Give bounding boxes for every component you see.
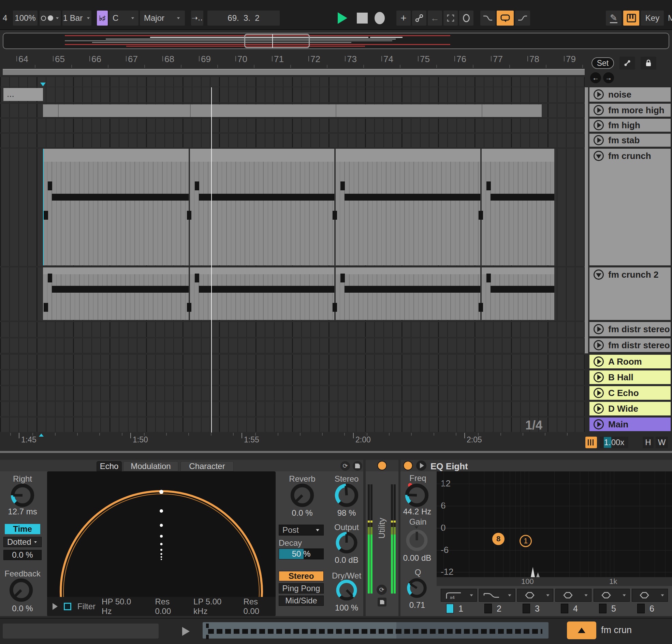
nav-forward-button[interactable]: →	[603, 72, 614, 83]
bar-number[interactable]: 68	[165, 54, 174, 64]
draw-mode-button[interactable]: ✎	[606, 11, 622, 26]
record-button[interactable]	[374, 12, 385, 24]
time-label[interactable]: 2:00	[356, 435, 371, 444]
track-lane[interactable]	[0, 77, 585, 87]
midi-clip-notes[interactable]	[43, 162, 189, 265]
bar-number[interactable]: 79	[566, 54, 576, 64]
follow-button[interactable]: ➝‥	[191, 11, 203, 26]
track-header-fm-crunch-2[interactable]: fm crunch 2	[589, 267, 671, 320]
bar-number[interactable]: 65	[55, 54, 65, 64]
play-icon[interactable]	[593, 340, 604, 350]
echo-mode-stereo-button[interactable]: Stereo	[279, 571, 324, 581]
echo-reverb-position-menu[interactable]: Post	[279, 525, 324, 536]
track-lane[interactable]	[0, 386, 585, 401]
time-label[interactable]: 2:05	[467, 435, 482, 444]
track-lane[interactable]	[0, 87, 585, 102]
band-1-enable-checkbox[interactable]	[446, 604, 454, 613]
bar-number[interactable]: 75	[420, 54, 430, 64]
echo-right-knob[interactable]	[10, 482, 35, 508]
filter-hp-value[interactable]: HP 50.0 Hz	[101, 597, 143, 616]
utility-save-button[interactable]	[377, 598, 386, 607]
midi-clip-header[interactable]	[482, 149, 554, 162]
eq-band-node-8[interactable]: 8	[492, 533, 504, 545]
capture-selection-button[interactable]	[443, 11, 458, 26]
fade-in-button[interactable]	[515, 11, 530, 26]
utility-hot-swap-button[interactable]: ⟳	[376, 585, 387, 595]
band-2-enable-checkbox[interactable]	[484, 604, 492, 613]
filter-res1-value[interactable]: Res 0.00	[155, 597, 188, 616]
set-button[interactable]: Set	[591, 57, 614, 69]
audio-clip[interactable]	[43, 104, 542, 117]
band-5-filter-type-menu[interactable]	[593, 589, 630, 602]
add-locator-button[interactable]: +	[396, 11, 411, 26]
track-header-fm-stab[interactable]: fm stab	[589, 134, 671, 147]
eq-band-node-1[interactable]: 1	[519, 535, 532, 547]
clip-chooser-button[interactable]	[567, 621, 596, 639]
track-header-A-Room[interactable]: A Room	[589, 355, 671, 368]
eq-gain-knob[interactable]	[405, 528, 429, 552]
tab-character[interactable]: Character	[180, 461, 234, 472]
echo-offset-field[interactable]: 0.0 %	[3, 550, 41, 560]
play-button[interactable]	[338, 12, 347, 24]
filter-enable-checkbox[interactable]	[64, 603, 71, 610]
eq-curve-display[interactable]: 1260-6-1281	[437, 472, 672, 577]
quantize-menu[interactable]: 1 Bar	[62, 11, 92, 26]
overflow-clip[interactable]: ...	[3, 88, 43, 101]
key-map-button[interactable]: Key	[641, 11, 664, 26]
stop-button[interactable]	[357, 13, 368, 24]
bar-number[interactable]: 72	[310, 54, 320, 64]
fade-out-button[interactable]	[480, 11, 495, 26]
zoom-width-button[interactable]: W	[656, 437, 668, 448]
band-3-filter-type-menu[interactable]	[517, 589, 553, 602]
utility-activator-button[interactable]	[377, 461, 387, 470]
bar-number[interactable]: 66	[92, 54, 101, 64]
echo-mode-midside-button[interactable]: Mid/Side	[279, 596, 324, 606]
clip-play-button[interactable]	[182, 627, 190, 636]
midi-map-button-partial[interactable]: M	[668, 11, 672, 26]
loop-button[interactable]	[497, 11, 514, 26]
echo-hot-swap-button[interactable]: ⟳	[340, 461, 350, 471]
scale-accidental-button[interactable]: ♭♯	[97, 11, 108, 26]
metronome-button[interactable]	[39, 11, 61, 26]
link-draw-button[interactable]	[620, 57, 635, 70]
time-label[interactable]: 1:55	[244, 435, 259, 444]
computer-midi-keyboard-button[interactable]	[623, 11, 639, 26]
filter-lp-value[interactable]: LP 5.00 kHz	[193, 597, 237, 616]
midi-clip-notes[interactable]	[482, 274, 554, 320]
eq-activator-button[interactable]	[403, 461, 413, 470]
track-header-Main[interactable]: Main	[589, 418, 671, 431]
play-icon[interactable]	[593, 356, 604, 367]
arrangement-position-field[interactable]: 69. 3. 2	[207, 11, 280, 26]
midi-clip-header[interactable]	[43, 149, 189, 162]
track-header-fm-distr-stereo[interactable]: fm distr stereo	[589, 338, 671, 352]
bar-number[interactable]: 74	[383, 54, 393, 64]
clip-preview[interactable]	[203, 622, 549, 639]
band-1-filter-type-menu[interactable]: x4	[441, 589, 477, 602]
lock-envelopes-button[interactable]	[640, 57, 656, 70]
track-lane[interactable]	[0, 370, 585, 385]
track-lane[interactable]	[0, 418, 585, 432]
zoom-height-button[interactable]: H	[643, 437, 653, 448]
bar-number[interactable]: 76	[456, 54, 466, 64]
track-header-fm-distr-stereo[interactable]: fm distr stereo	[589, 322, 671, 336]
play-icon[interactable]	[593, 135, 604, 145]
play-icon[interactable]	[593, 90, 604, 99]
band-5-enable-checkbox[interactable]	[599, 604, 607, 613]
eq-q-knob[interactable]	[406, 577, 428, 599]
track-header-fm-more-high[interactable]: fm more high	[589, 104, 671, 117]
arrangement-overview[interactable]	[3, 33, 669, 49]
track-scroll-strip[interactable]	[585, 87, 588, 354]
time-label[interactable]: 1:45	[21, 435, 36, 444]
midi-clip-header[interactable]	[336, 267, 480, 274]
track-lane[interactable]	[0, 134, 585, 147]
tab-modulation[interactable]: Modulation	[123, 461, 178, 472]
track-header-C-Echo[interactable]: C Echo	[589, 386, 671, 400]
band-2-filter-type-menu[interactable]	[479, 589, 515, 602]
bar-number[interactable]: 77	[493, 54, 503, 64]
track-header-B-Hall[interactable]: B Hall	[589, 370, 671, 384]
echo-feedback-knob[interactable]	[8, 577, 34, 603]
play-icon[interactable]	[593, 120, 604, 130]
filter-res2-value[interactable]: Res 0.00	[243, 597, 276, 616]
track-lane[interactable]	[0, 338, 585, 353]
scale-root-menu[interactable]: C	[109, 11, 139, 26]
